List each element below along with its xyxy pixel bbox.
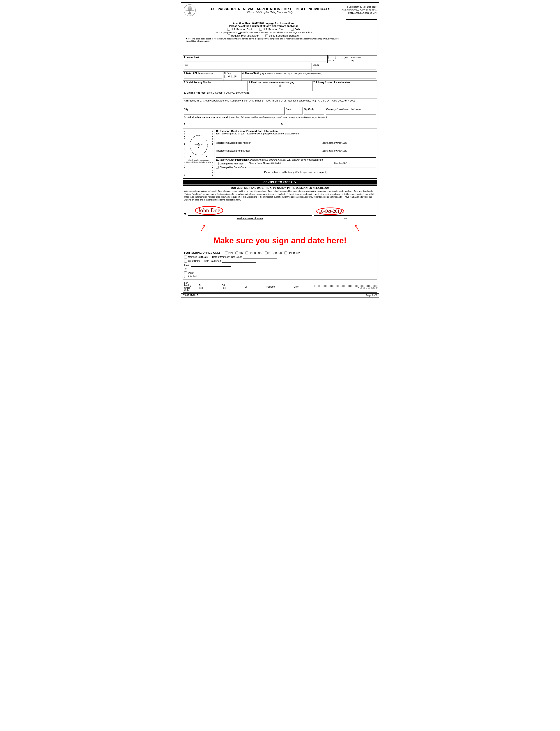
marriage-option[interactable]: Changed by Marriage <box>216 162 247 165</box>
date-change-cell: Date (mm/dd/yyyy) <box>334 162 376 168</box>
cr-check[interactable]: C/R <box>235 251 243 254</box>
header-title-block: U.S. PASSPORT RENEWAL APPLICATION FOR EL… <box>198 7 342 14</box>
other-input[interactable] <box>195 271 376 274</box>
cd-cr-checkbox[interactable] <box>265 251 268 254</box>
issuing-header-row: FOR ISSUING OFFICE ONLY PPT C/R PPT BK S… <box>184 251 376 254</box>
sex-m-checkbox[interactable] <box>224 75 227 78</box>
marriage-date-input[interactable] <box>243 255 277 258</box>
end-exp-row: End. # Exp. <box>328 59 376 62</box>
country-input[interactable] <box>326 111 376 115</box>
declaration-title: YOU MUST SIGN AND DATE THE APPLICATION I… <box>184 186 376 189</box>
name-change-bold-label: 11. Name Change Information <box>216 158 248 161</box>
sex-f-checkbox[interactable] <box>232 75 234 78</box>
sign-note: Make sure you sign and date here! <box>183 234 377 248</box>
other-checkbox[interactable] <box>184 271 187 274</box>
marriage-label: Changed by Marriage <box>220 162 243 165</box>
o-checkbox[interactable] <box>335 56 338 59</box>
dp-checkbox[interactable] <box>342 56 345 59</box>
cd-sr-check[interactable]: PPT CD S/R <box>284 251 302 254</box>
middle-name-cell: Middle <box>312 63 377 71</box>
regular-book-option[interactable]: Regular Book (Standard) <box>228 34 259 37</box>
place-label: Place of Name Change (City/State) <box>249 162 332 164</box>
passport-book-option[interactable]: U.S. Passport Book <box>227 28 252 31</box>
passport-card-option[interactable]: U.S. Passport Card <box>259 28 284 31</box>
passport-name-input[interactable] <box>216 136 376 140</box>
marriage-checkbox[interactable] <box>216 162 219 165</box>
date-change-input[interactable] <box>334 164 376 168</box>
date-caption: Date <box>343 217 347 219</box>
marriage-issuing-checkbox[interactable] <box>184 255 187 258</box>
state-cell: State <box>285 107 303 115</box>
address1-input[interactable] <box>184 95 376 98</box>
svg-text:U.S. SEAL: U.S. SEAL <box>187 15 192 16</box>
cd-sr-checkbox[interactable] <box>284 251 287 254</box>
large-book-checkbox[interactable] <box>265 34 268 37</box>
from-input[interactable] <box>191 263 231 266</box>
email-input[interactable] <box>249 87 312 90</box>
card-number-cell: Most recent passport card number <box>216 149 322 156</box>
ssn-cell: 5. Social Security Number <box>183 81 248 91</box>
cr-checkbox[interactable] <box>235 251 238 254</box>
address2-input[interactable] <box>184 103 376 106</box>
passport-book-checkbox[interactable] <box>227 28 230 31</box>
ppt-check[interactable]: PPT <box>225 251 233 254</box>
attached-input[interactable] <box>198 275 376 278</box>
large-book-option[interactable]: Large Book (Non-Standard) <box>265 34 299 37</box>
staple-right-top: STAPLE <box>212 131 214 145</box>
pob-input[interactable] <box>242 76 376 79</box>
date-value: 10-Oct-2019 <box>319 209 342 213</box>
name-b-input[interactable] <box>284 122 375 125</box>
sex-f[interactable]: F <box>232 75 236 78</box>
o-check[interactable]: O <box>335 56 340 59</box>
barcode: ||||||||||||||||||||||||||||||||||||||||… <box>314 285 378 287</box>
both-option[interactable]: Both <box>291 28 300 31</box>
court-option[interactable]: Changed by Court Order <box>216 166 247 169</box>
middle-name-input[interactable] <box>313 66 376 69</box>
photo-oval: ▲ FROM 1" TO 1 3/8" ▼ <box>190 135 208 155</box>
court-checkbox[interactable] <box>216 166 219 169</box>
both-checkbox[interactable] <box>291 28 294 31</box>
place-input[interactable] <box>249 164 332 168</box>
first-name-input[interactable] <box>184 66 311 69</box>
name-a-label: A. <box>184 123 186 126</box>
zip-input[interactable] <box>304 111 324 115</box>
phone-input[interactable] <box>313 85 376 88</box>
dp-check[interactable]: DP <box>342 56 348 59</box>
city-input[interactable] <box>184 111 284 115</box>
ssn-input[interactable] <box>184 85 247 88</box>
date-line[interactable]: 10-Oct-2019 Date <box>314 204 376 216</box>
document-options: U.S. Passport Book U.S. Passport Card Bo… <box>186 28 341 31</box>
court-issuing-label: Court Order <box>188 260 200 262</box>
ppt-checkbox[interactable] <box>225 251 228 254</box>
bk-sr-checkbox[interactable] <box>245 251 248 254</box>
d-checkbox[interactable] <box>328 56 331 59</box>
court-issuing-checkbox[interactable] <box>184 259 187 262</box>
top-content-area: Attention: Read WARNING on page 1 of ins… <box>181 18 379 54</box>
book-number-input[interactable] <box>216 144 320 148</box>
passport-info-title: 10. Passport Book and/or Passport Card I… <box>216 130 376 132</box>
book-issue-input[interactable] <box>322 144 376 148</box>
card-issue-input[interactable] <box>322 152 376 156</box>
name-a-input[interactable] <box>187 122 278 125</box>
signature-line[interactable]: John Doe Applicant's Legal Signature <box>188 204 312 216</box>
last-name-input[interactable] <box>184 59 326 62</box>
bk-sr-check[interactable]: PPT BK S/R <box>245 251 262 254</box>
card-number-input[interactable] <box>216 152 320 156</box>
d-check[interactable]: D <box>328 56 333 59</box>
cd-cr-check[interactable]: PPT CD C/R <box>265 251 282 254</box>
regular-book-label: Regular Book (Standard) <box>231 34 259 37</box>
state-input[interactable] <box>286 111 302 115</box>
dob-input[interactable] <box>184 76 222 79</box>
sex-m[interactable]: M <box>224 75 230 78</box>
regular-book-checkbox[interactable] <box>228 34 230 37</box>
first-name-cell: First <box>183 63 312 71</box>
to-input[interactable] <box>188 267 229 270</box>
attached-checkbox[interactable] <box>184 275 187 278</box>
court-date-input[interactable] <box>222 259 256 262</box>
ds-label: DS-82 01-2017 <box>183 294 198 296</box>
sex-options: M F <box>224 75 240 78</box>
continue-text: CONTINUE TO PAGE 2 <box>264 181 293 184</box>
from-row: From <box>184 263 376 266</box>
passport-card-checkbox[interactable] <box>259 28 262 31</box>
passport-book-label: U.S. Passport Book <box>231 28 252 31</box>
